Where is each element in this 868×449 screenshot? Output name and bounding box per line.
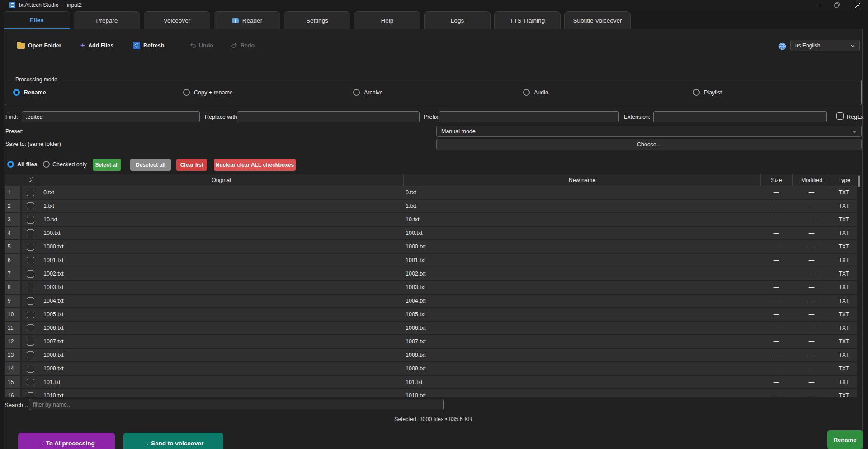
radio-icon[interactable]: [693, 89, 700, 96]
original-name-cell: 1001.txt: [39, 254, 403, 267]
table-row[interactable]: 12 1007.txt 1007.txt — — TXT: [5, 335, 857, 348]
modified-cell: —: [792, 267, 831, 280]
preset-select[interactable]: Manual mode: [436, 126, 862, 137]
table-row[interactable]: 3 10.txt 10.txt — — TXT: [5, 213, 857, 226]
add-files-button[interactable]: + Add Files: [80, 42, 113, 50]
row-number: 2: [5, 200, 22, 212]
row-checkbox[interactable]: [27, 311, 34, 318]
replace-input[interactable]: [237, 111, 420, 122]
table-row[interactable]: 9 1004.txt 1004.txt — — TXT: [5, 295, 857, 307]
row-checkbox[interactable]: [27, 297, 34, 305]
row-checkbox[interactable]: [27, 257, 34, 264]
preset-label: Preset:: [5, 128, 24, 135]
find-input[interactable]: [22, 111, 200, 122]
row-checkbox[interactable]: [27, 243, 34, 251]
table-row[interactable]: 16 1010.txt 1010.txt — — TXT: [5, 389, 857, 397]
table-row[interactable]: 15 101.txt 101.txt — — TXT: [5, 376, 857, 388]
tab-label: TTS Training: [510, 17, 545, 24]
table-row[interactable]: 13 1008.txt 1008.txt — — TXT: [5, 349, 857, 361]
row-checkbox[interactable]: [27, 202, 34, 210]
tab-files[interactable]: Files: [4, 11, 70, 29]
clear-list-button[interactable]: Clear list: [176, 159, 207, 171]
radio-icon[interactable]: [13, 89, 20, 96]
tab-settings[interactable]: Settings: [284, 11, 350, 29]
mode-option-playlist[interactable]: Playlist: [693, 89, 722, 96]
language-select[interactable]: us English: [790, 40, 860, 51]
all-files-radio[interactable]: [7, 161, 14, 168]
tab-logs[interactable]: Logs: [424, 11, 491, 29]
table-row[interactable]: 8 1003.txt 1003.txt — — TXT: [5, 281, 857, 294]
type-cell: TXT: [831, 281, 857, 294]
size-cell: —: [760, 186, 792, 199]
regex-checkbox[interactable]: [836, 112, 844, 120]
search-input[interactable]: [29, 399, 444, 410]
table-scrollbar[interactable]: [858, 175, 860, 187]
new-name-column-header[interactable]: New name: [403, 174, 760, 186]
radio-icon[interactable]: [183, 89, 190, 96]
app-icon: [9, 2, 15, 8]
size-cell: —: [760, 281, 792, 294]
tab-label: Settings: [306, 17, 328, 24]
new-name-cell: 10.txt: [403, 213, 760, 226]
size-cell: —: [760, 308, 792, 321]
undo-button[interactable]: Undo: [190, 42, 213, 50]
size-column-header[interactable]: Size: [760, 174, 792, 186]
send-to-voiceover-button[interactable]: → Send to voiceover: [123, 433, 223, 449]
select-all-button[interactable]: Select all: [93, 159, 121, 171]
table-row[interactable]: 1 0.txt 0.txt — — TXT: [5, 186, 857, 199]
table-row[interactable]: 7 1002.txt 1002.txt — — TXT: [5, 267, 857, 280]
tab-tts-training[interactable]: TTS Training: [494, 11, 561, 29]
minimize-button[interactable]: [806, 0, 826, 10]
deselect-all-button[interactable]: Deselect all: [130, 159, 171, 171]
row-checkbox[interactable]: [27, 189, 34, 196]
row-checkbox[interactable]: [27, 270, 34, 278]
table-row[interactable]: 10 1005.txt 1005.txt — — TXT: [5, 308, 857, 321]
maximize-button[interactable]: [826, 0, 847, 10]
tab-prepare[interactable]: Prepare: [74, 11, 140, 29]
type-column-header[interactable]: Type: [831, 174, 857, 186]
check-column-header[interactable]: ✓: [22, 174, 39, 186]
original-column-header[interactable]: Original: [39, 174, 403, 186]
row-checkbox[interactable]: [27, 324, 34, 332]
radio-icon[interactable]: [523, 89, 530, 96]
tab-voiceover[interactable]: Voiceover: [144, 11, 210, 29]
tab-subtitle-voiceover[interactable]: Subtitle Voiceover: [564, 11, 631, 29]
modified-column-header[interactable]: Modified: [792, 174, 831, 186]
row-checkbox[interactable]: [27, 284, 34, 291]
redo-button[interactable]: Redo: [231, 42, 255, 50]
size-cell: —: [760, 254, 792, 267]
row-checkbox[interactable]: [27, 351, 34, 359]
nuclear-clear-button[interactable]: Nuclear clear ALL checkboxes: [214, 159, 296, 171]
row-checkbox[interactable]: [27, 365, 34, 373]
mode-option-audio[interactable]: Audio: [523, 89, 548, 96]
table-row[interactable]: 6 1001.txt 1001.txt — — TXT: [5, 254, 857, 267]
extension-input[interactable]: [653, 111, 827, 122]
table-row[interactable]: 5 1000.txt 1000.txt — — TXT: [5, 240, 857, 253]
mode-option-rename[interactable]: Rename: [13, 89, 46, 96]
checked-only-radio[interactable]: [43, 161, 50, 168]
to-ai-processing-button[interactable]: → To AI processing: [18, 433, 115, 449]
row-number: 9: [5, 295, 22, 307]
mode-option-copy-rename[interactable]: Copy + rename: [183, 89, 233, 96]
table-row[interactable]: 4 100.txt 100.txt — — TXT: [5, 227, 857, 239]
close-button[interactable]: [847, 0, 868, 10]
row-checkbox[interactable]: [27, 229, 34, 237]
row-checkbox[interactable]: [27, 338, 34, 346]
table-row[interactable]: 11 1006.txt 1006.txt — — TXT: [5, 322, 857, 334]
radio-icon[interactable]: [353, 89, 360, 96]
undo-icon: [190, 42, 196, 49]
open-folder-button[interactable]: Open Folder: [17, 42, 61, 50]
prefix-input[interactable]: [439, 111, 619, 122]
tab-help[interactable]: Help: [354, 11, 420, 29]
refresh-button[interactable]: Refresh: [133, 42, 165, 50]
table-row[interactable]: 2 1.txt 1.txt — — TXT: [5, 200, 857, 212]
size-cell: —: [760, 349, 792, 361]
tab-reader[interactable]: Reader: [214, 11, 280, 29]
row-checkbox[interactable]: [27, 392, 34, 398]
rename-button[interactable]: Rename: [827, 430, 863, 449]
row-checkbox[interactable]: [27, 379, 34, 386]
mode-option-archive[interactable]: Archive: [353, 89, 383, 96]
choose-folder-button[interactable]: Choose...: [436, 139, 862, 150]
table-row[interactable]: 14 1009.txt 1009.txt — — TXT: [5, 362, 857, 375]
row-checkbox[interactable]: [27, 216, 34, 224]
